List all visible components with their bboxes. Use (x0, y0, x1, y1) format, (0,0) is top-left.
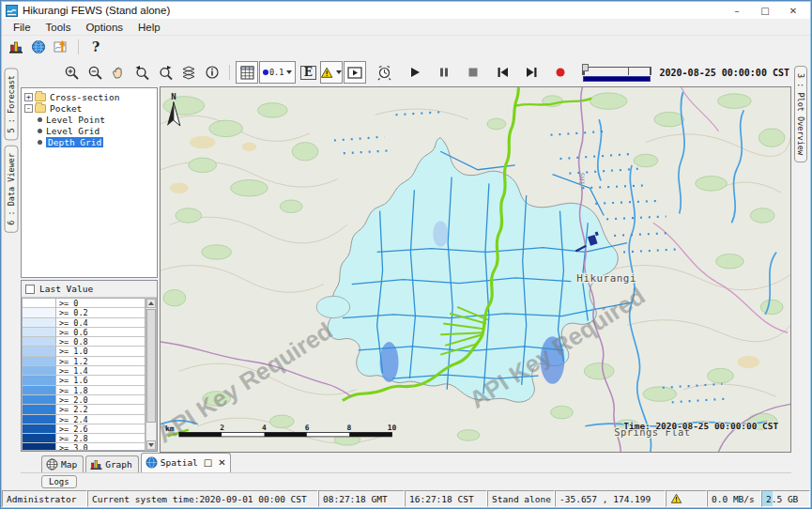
legend-row[interactable]: >= 1.0 (23, 347, 145, 356)
svg-text:N: N (171, 92, 176, 101)
play-icon (409, 67, 421, 78)
tab-logs[interactable]: Logs (41, 475, 77, 488)
animation-export-button[interactable] (344, 61, 366, 84)
legend-row[interactable]: >= 0.8 (23, 337, 145, 347)
tab-plot-overview[interactable]: 3 : Plot Overview (794, 66, 808, 162)
tab-data-viewer[interactable]: 6 : Data Viewer (5, 146, 19, 233)
zoom-previous-button[interactable] (130, 61, 153, 84)
zoom-next-button[interactable] (154, 61, 176, 84)
svg-text:8: 8 (346, 424, 351, 432)
info-button[interactable] (201, 61, 223, 84)
animation-settings-button[interactable] (373, 61, 395, 84)
menu-help[interactable]: Help (130, 21, 168, 34)
scrollbar-thumb[interactable] (146, 309, 156, 423)
zoom-next-icon (158, 65, 174, 81)
collapse-icon[interactable]: - (24, 104, 33, 113)
tab-forecast[interactable]: 5 : Forecast (5, 68, 19, 140)
road-label: SH1 (577, 173, 586, 185)
tree-node-label: Level Grid (46, 126, 100, 136)
tab-spatial[interactable]: Spatial □ ✕ (141, 453, 231, 472)
legend-swatch (23, 443, 56, 451)
last-value-checkbox[interactable] (25, 285, 35, 294)
play-button[interactable] (404, 61, 426, 84)
legend-row[interactable]: >= 1.8 (23, 386, 145, 395)
tree-node-pocket[interactable]: - Pocket (24, 102, 157, 114)
tab-close-icon[interactable]: ✕ (218, 457, 225, 468)
time-slider[interactable] (582, 60, 651, 85)
tree-node-level-grid[interactable]: Level Grid (36, 125, 157, 136)
legend-row[interactable]: >= 2.6 (23, 424, 145, 434)
globe-icon (31, 39, 46, 54)
timer-icon (376, 65, 392, 81)
status-warning-cell[interactable] (666, 490, 707, 507)
legend-swatch (23, 357, 56, 366)
stop-icon (467, 67, 479, 78)
legend-swatch (23, 395, 56, 405)
step-backward-button[interactable] (491, 61, 513, 84)
pause-button[interactable] (433, 61, 455, 84)
close-button[interactable]: ✕ (780, 4, 806, 18)
status-memory[interactable]: 2.5 GB (761, 490, 810, 507)
tree-node-depth-grid[interactable]: Depth Grid (36, 136, 157, 147)
tab-graph[interactable]: Graph (85, 455, 139, 472)
legend-row[interactable]: >= 1.6 (23, 376, 145, 385)
timeseries-dialog-button[interactable] (51, 38, 71, 56)
legend-swatch (23, 434, 56, 443)
document-tab-bar: Map Graph (21, 453, 791, 473)
expand-icon[interactable]: + (24, 93, 33, 101)
zoom-out-button[interactable] (84, 61, 106, 84)
stop-button[interactable] (462, 61, 484, 84)
legend-row[interactable]: >= 3.0 (23, 443, 145, 451)
menu-options[interactable]: Options (78, 21, 130, 34)
tab-map[interactable]: Map (41, 455, 84, 472)
main-toolbar: ? (2, 36, 810, 58)
layers-button[interactable] (177, 61, 200, 84)
legend-row[interactable]: >= 0.4 (23, 318, 145, 328)
menu-tools[interactable]: Tools (38, 21, 79, 34)
legend-row[interactable]: >= 2.2 (23, 405, 145, 414)
legend-row[interactable]: >= 1.4 (23, 366, 145, 376)
tree-node-level-point[interactable]: Level Point (36, 114, 157, 125)
legend-row[interactable]: >= 2.8 (23, 434, 145, 443)
legend-row[interactable]: >= 1.2 (23, 357, 145, 366)
maximize-button[interactable]: □ (752, 4, 778, 18)
legend-row[interactable]: >= 0 (23, 299, 145, 308)
scroll-down-button[interactable] (146, 440, 156, 450)
map-time-label: Time: 2020-08-25 00:00:00 CST (623, 421, 778, 431)
step-forward-button[interactable] (520, 61, 543, 84)
tree-node-cross-section[interactable]: + Cross-section (24, 91, 157, 102)
legend-row[interactable]: >= 2.0 (23, 395, 145, 405)
pan-button[interactable] (107, 61, 130, 84)
map-canvas[interactable]: API Key Required API Key Required Hikura… (161, 87, 790, 452)
graph-display-button[interactable] (6, 38, 26, 56)
zoom-previous-icon (134, 65, 150, 81)
zoom-in-button[interactable] (60, 61, 83, 84)
legend-swatch (23, 386, 56, 395)
time-slider-handle[interactable] (582, 64, 589, 71)
grid-icon (240, 66, 254, 80)
legend-panel: Last Value >= 0 >= 0.2 >= 0.4 >= 0.6 >= … (21, 280, 158, 452)
current-time-label: 2020-08-25 00:00:00 CST (660, 68, 791, 78)
legend-row[interactable]: >= 0.6 (23, 328, 145, 337)
warning-dropdown[interactable] (320, 61, 343, 84)
grid-display-button[interactable] (236, 61, 258, 84)
legend-row[interactable]: >= 2.4 (23, 415, 145, 424)
minimize-button[interactable]: – (724, 4, 750, 18)
node-bullet-icon (38, 140, 42, 145)
map-display-button[interactable] (28, 38, 49, 56)
classbreaks-dropdown[interactable]: 0.1 (259, 61, 296, 84)
tab-maximize-icon[interactable]: □ (204, 457, 212, 468)
help-button[interactable]: ? (85, 38, 106, 56)
status-gmt-time: 08:27:18 GMT (318, 490, 405, 507)
classbreak-value: 0.1 (269, 68, 283, 77)
legend-row[interactable]: >= 0.2 (23, 308, 145, 317)
classbreak-dot-icon (263, 69, 268, 75)
folder-icon (35, 93, 46, 101)
legend-scrollbar[interactable] (146, 298, 157, 451)
record-button[interactable] (549, 61, 572, 84)
time-range-bar (583, 76, 650, 82)
flood-arm (316, 296, 350, 317)
label-toggle-button[interactable]: E (297, 61, 319, 84)
menu-file[interactable]: File (6, 21, 38, 34)
scroll-up-button[interactable] (146, 299, 156, 308)
